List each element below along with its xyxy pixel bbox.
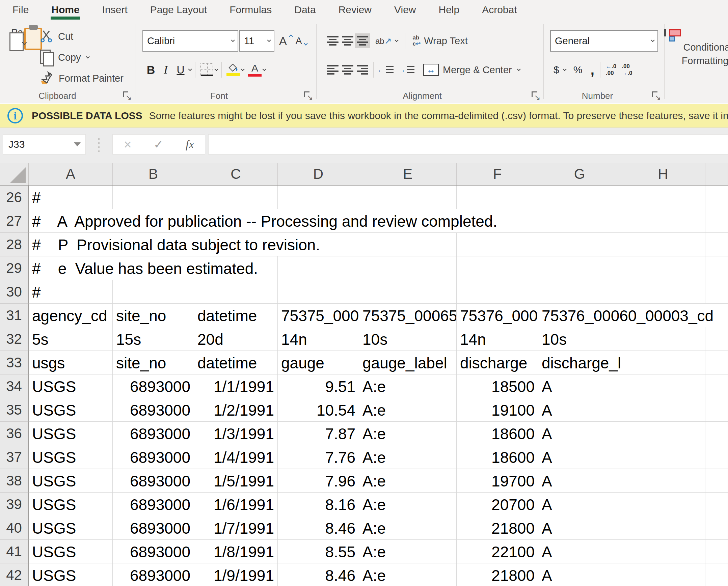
column-header-E[interactable]: E [359, 163, 457, 185]
cell-B32[interactable]: 15s [113, 327, 194, 351]
increase-decimal-button[interactable]: ←.0.00 [606, 63, 616, 77]
fill-color-dropdown-icon[interactable] [241, 67, 244, 71]
row-header-42[interactable]: 42 [0, 563, 29, 586]
row-header-30[interactable]: 30 [0, 280, 29, 303]
select-all-button[interactable] [0, 163, 29, 185]
cancel-icon[interactable]: × [124, 138, 131, 151]
row-header-27[interactable]: 27 [0, 209, 29, 233]
borders-button[interactable] [200, 61, 214, 79]
cell-I42[interactable] [705, 563, 728, 586]
cell-H35[interactable] [621, 398, 705, 422]
cell-I41[interactable] [705, 540, 728, 563]
column-header-F[interactable]: F [457, 163, 538, 185]
column-header-H[interactable]: H [621, 163, 705, 185]
cell-I39[interactable] [705, 492, 728, 516]
cell-H33[interactable] [621, 351, 705, 374]
number-format-select[interactable]: General [550, 30, 658, 52]
row-header-41[interactable]: 41 [0, 540, 29, 563]
underline-dropdown-icon[interactable] [188, 67, 192, 71]
cell-D42[interactable]: 8.46 [278, 563, 359, 586]
tab-home[interactable]: Home [51, 0, 79, 20]
borders-dropdown-icon[interactable] [214, 67, 218, 71]
cell-F35[interactable]: 19100 [457, 398, 538, 422]
cell-A41[interactable]: USGS [29, 540, 113, 563]
cell-E34[interactable]: A:e [359, 374, 457, 398]
cell-C32[interactable]: 20d [194, 327, 278, 351]
cell-F40[interactable]: 21800 [457, 516, 538, 540]
cell-C37[interactable]: 1/4/1991 [194, 445, 278, 469]
row-header-36[interactable]: 36 [0, 422, 29, 445]
conditional-formatting-button[interactable]: Conditional Formatting [664, 30, 728, 68]
cell-I28[interactable] [705, 233, 728, 257]
column-header-A[interactable]: A [29, 163, 113, 185]
row-header-35[interactable]: 35 [0, 398, 29, 422]
increase-indent-button[interactable]: → [398, 65, 414, 74]
copy-dropdown-icon[interactable] [86, 55, 89, 58]
cell-E29[interactable] [359, 257, 457, 280]
cell-D29[interactable] [278, 257, 359, 280]
cell-D30[interactable] [278, 280, 359, 303]
tab-help[interactable]: Help [438, 0, 459, 20]
cell-G35[interactable]: A [538, 398, 621, 422]
tab-view[interactable]: View [394, 0, 416, 20]
cell-D34[interactable]: 9.51 [278, 374, 359, 398]
row-header-28[interactable]: 28 [0, 233, 29, 257]
row-header-29[interactable]: 29 [0, 257, 29, 280]
cell-B30[interactable] [113, 280, 194, 303]
number-dialog-launcher-icon[interactable] [651, 90, 660, 100]
row-header-32[interactable]: 32 [0, 327, 29, 351]
cell-B26[interactable] [113, 186, 194, 209]
cell-E35[interactable]: A:e [359, 398, 457, 422]
cell-H37[interactable] [621, 445, 705, 469]
decrease-decimal-button[interactable]: .00→.0 [622, 63, 632, 77]
cell-B41[interactable]: 6893000 [113, 540, 194, 563]
cell-E41[interactable]: A:e [359, 540, 457, 563]
cell-F39[interactable]: 20700 [457, 492, 538, 516]
underline-button[interactable]: U [173, 61, 188, 79]
cell-E40[interactable]: A:e [359, 516, 457, 540]
cell-B37[interactable]: 6893000 [113, 445, 194, 469]
cell-I38[interactable] [705, 469, 728, 492]
name-box-dropdown-icon[interactable] [74, 142, 81, 146]
cell-A36[interactable]: USGS [29, 422, 113, 445]
cell-A38[interactable]: USGS [29, 469, 113, 492]
tab-page-layout[interactable]: Page Layout [150, 0, 207, 20]
font-size-select[interactable]: 11 [239, 30, 275, 52]
cell-G27[interactable] [538, 209, 621, 233]
cell-C36[interactable]: 1/3/1991 [194, 422, 278, 445]
cell-I30[interactable] [705, 280, 728, 303]
cell-I33[interactable] [705, 351, 728, 374]
tab-acrobat[interactable]: Acrobat [482, 0, 517, 20]
cell-F38[interactable]: 19700 [457, 469, 538, 492]
cell-G33[interactable]: discharge_label [538, 351, 621, 374]
cell-D33[interactable]: gauge [278, 351, 359, 374]
format-painter-button[interactable]: Format Painter [40, 70, 124, 87]
cell-C39[interactable]: 1/6/1991 [194, 492, 278, 516]
cell-A39[interactable]: USGS [29, 492, 113, 516]
cell-G32[interactable]: 10s [538, 327, 621, 351]
accounting-format-button[interactable]: $ [553, 64, 559, 76]
cell-F36[interactable]: 18600 [457, 422, 538, 445]
cell-E36[interactable]: A:e [359, 422, 457, 445]
cell-F31[interactable]: 75376_00060_00003 [457, 303, 538, 327]
tab-data[interactable]: Data [294, 0, 316, 20]
row-header-38[interactable]: 38 [0, 469, 29, 492]
cell-I32[interactable] [705, 327, 728, 351]
column-header-C[interactable]: C [194, 163, 278, 185]
fill-color-button[interactable] [226, 61, 241, 79]
cell-B35[interactable]: 6893000 [113, 398, 194, 422]
cell-D37[interactable]: 7.76 [278, 445, 359, 469]
cell-H36[interactable] [621, 422, 705, 445]
orientation-button[interactable]: ab↗ [375, 36, 392, 46]
cell-I34[interactable] [705, 374, 728, 398]
cell-G30[interactable] [538, 280, 621, 303]
cell-E26[interactable] [359, 186, 457, 209]
cell-E31[interactable]: 75375_00065_00003_cd [359, 303, 457, 327]
middle-align-button[interactable] [340, 33, 355, 48]
formula-bar-grip[interactable] [98, 138, 100, 152]
cell-G37[interactable]: A [538, 445, 621, 469]
wrap-text-label[interactable]: Wrap Text [424, 35, 467, 47]
cell-F34[interactable]: 18500 [457, 374, 538, 398]
cell-I35[interactable] [705, 398, 728, 422]
cell-H42[interactable] [621, 563, 705, 586]
